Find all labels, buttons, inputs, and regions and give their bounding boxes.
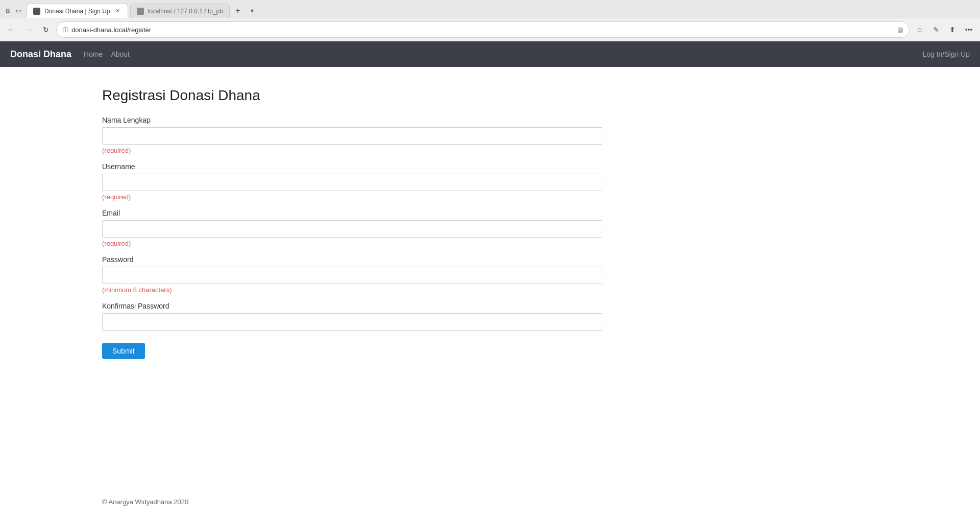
active-tab[interactable]: Donasi Dhana | Sign Up ✕ xyxy=(27,4,128,18)
email-label: Email xyxy=(102,209,602,217)
url-input[interactable] xyxy=(71,26,894,34)
password-label: Password xyxy=(102,255,602,264)
inactive-tab-label: localhost / 127.0.0.1 / fp_pb xyxy=(148,8,223,15)
window-minimize-icon[interactable]: ▭ xyxy=(14,7,22,15)
tab-switcher-btn[interactable]: ⊞ xyxy=(4,7,12,15)
full-name-group: Nama Lengkap (required) xyxy=(102,116,602,154)
browser-chrome: ⊞ ▭ Donasi Dhana | Sign Up ✕ localhost /… xyxy=(0,0,980,41)
password-group: Password (minimum 8 characters) xyxy=(102,255,602,294)
active-tab-label: Donasi Dhana | Sign Up xyxy=(44,8,110,15)
full-name-input[interactable] xyxy=(102,127,602,145)
tab-favicon xyxy=(33,8,40,15)
login-signup-link[interactable]: Log In/Sign Up xyxy=(922,50,970,58)
confirm-password-label: Konfirmasi Password xyxy=(102,302,602,310)
page-title: Registrasi Donasi Dhana xyxy=(102,87,980,104)
navbar-brand[interactable]: Donasi Dhana xyxy=(10,49,71,60)
email-required: (required) xyxy=(102,240,602,247)
username-input[interactable] xyxy=(102,174,602,191)
inactive-tab[interactable]: localhost / 127.0.0.1 / fp_pb xyxy=(130,4,230,18)
forward-btn[interactable]: → xyxy=(21,22,36,37)
full-name-label: Nama Lengkap xyxy=(102,116,602,124)
username-required: (required) xyxy=(102,193,602,201)
favorites-btn[interactable]: ☆ xyxy=(913,22,927,37)
reader-mode-icon[interactable]: ▨ xyxy=(897,26,903,33)
settings-menu-btn[interactable]: ••• xyxy=(962,22,976,37)
refresh-btn[interactable]: ↻ xyxy=(39,22,53,37)
tab-favicon-2 xyxy=(137,8,144,15)
registration-form: Nama Lengkap (required) Username (requir… xyxy=(102,116,602,359)
email-input[interactable] xyxy=(102,220,602,238)
nav-about[interactable]: About xyxy=(111,50,130,58)
tab-bar: ⊞ ▭ Donasi Dhana | Sign Up ✕ localhost /… xyxy=(0,0,980,18)
window-controls: ⊞ ▭ xyxy=(4,7,22,15)
collections-btn[interactable]: ✎ xyxy=(929,22,943,37)
username-label: Username xyxy=(102,162,602,171)
confirm-password-input[interactable] xyxy=(102,313,602,331)
nav-home[interactable]: Home xyxy=(84,50,103,58)
toolbar-right-buttons: ☆ ✎ ⬆ ••• xyxy=(913,22,976,37)
username-group: Username (required) xyxy=(102,162,602,201)
main-content: Registrasi Donasi Dhana Nama Lengkap (re… xyxy=(0,67,980,488)
email-group: Email (required) xyxy=(102,209,602,247)
address-bar: ⓘ ▨ xyxy=(56,21,910,38)
new-tab-btn[interactable]: + xyxy=(232,5,244,17)
browser-toolbar: ← → ↻ ⓘ ▨ ☆ ✎ ⬆ ••• xyxy=(0,18,980,41)
share-btn[interactable]: ⬆ xyxy=(945,22,960,37)
back-btn[interactable]: ← xyxy=(4,22,18,37)
footer: © Anargya Widyadhana 2020 xyxy=(0,488,980,516)
navbar: Donasi Dhana Home About Log In/Sign Up xyxy=(0,41,980,67)
copyright-text: © Anargya Widyadhana 2020 xyxy=(102,498,188,506)
navbar-links: Home About xyxy=(84,50,130,58)
confirm-password-group: Konfirmasi Password xyxy=(102,302,602,331)
tab-list-btn[interactable]: ▾ xyxy=(246,5,258,17)
password-input[interactable] xyxy=(102,267,602,284)
tab-close-btn[interactable]: ✕ xyxy=(114,8,121,15)
password-hint: (minimum 8 characters) xyxy=(102,286,602,294)
submit-button[interactable]: Submit xyxy=(102,343,145,359)
full-name-required: (required) xyxy=(102,147,602,154)
security-icon: ⓘ xyxy=(63,26,68,34)
